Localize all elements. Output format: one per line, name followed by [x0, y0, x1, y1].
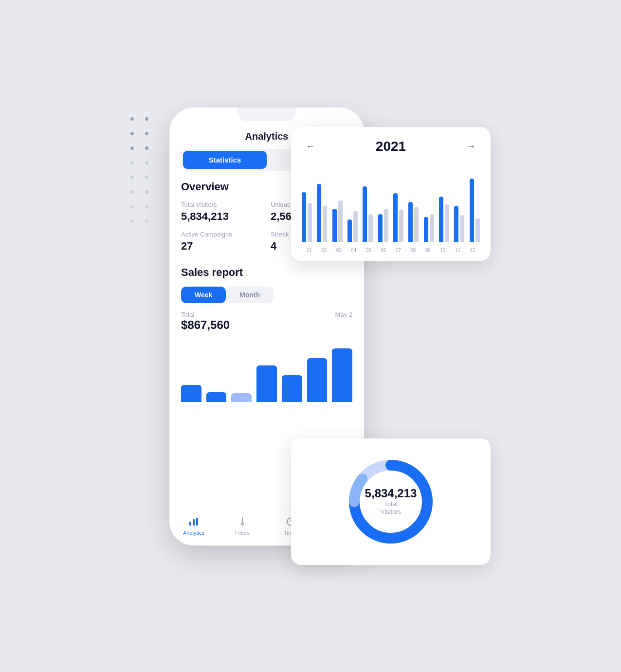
- sales-report-title: Sales report: [181, 266, 352, 279]
- stat-active-campaigns: Active Campaigns 27: [181, 231, 263, 253]
- year-bar-gray-09: [430, 214, 434, 242]
- phone-notch: [237, 108, 296, 121]
- year-bar-blue-04: [347, 219, 352, 241]
- year-bar-gray-08: [414, 207, 419, 241]
- year-bar-group-11: [453, 174, 465, 242]
- year-bar-group-07: [392, 174, 404, 242]
- year-bar-gray-07: [399, 210, 403, 242]
- year-bar-gray-03: [338, 200, 343, 242]
- year-bar-gray-10: [445, 204, 449, 242]
- bar-4: [256, 365, 277, 402]
- bar-3: [231, 393, 252, 402]
- year-bar-group-02: [316, 174, 328, 242]
- stat-total-visitors-value: 5,834,213: [181, 210, 263, 223]
- stat-total-visitors-label: Total Visitors: [181, 201, 263, 208]
- year-bar-group-03: [331, 174, 344, 242]
- filter-icon: [236, 515, 249, 528]
- year-month-label-03: 03: [331, 248, 347, 253]
- year-prev-button[interactable]: ←: [301, 139, 320, 154]
- year-bar-group-10: [438, 174, 450, 242]
- tab-statistics[interactable]: Statistics: [183, 151, 267, 169]
- donut-center: 5,834,213 TotalVisitors: [365, 487, 417, 517]
- year-month-label-12: 12: [465, 248, 480, 253]
- sales-bar-chart: [181, 339, 352, 402]
- year-month-label-06: 06: [376, 248, 391, 253]
- year-bar-gray-11: [460, 215, 464, 241]
- year-bar-blue-01: [302, 192, 306, 242]
- year-month-label-07: 07: [391, 248, 406, 253]
- year-bar-blue-07: [393, 193, 398, 241]
- year-bar-blue-09: [424, 217, 428, 242]
- year-bar-gray-12: [475, 218, 480, 241]
- year-month-label-08: 08: [406, 248, 421, 253]
- nav-item-filters[interactable]: Filters: [218, 515, 267, 536]
- year-bar-blue-11: [454, 206, 458, 241]
- scene: Analytics Statistics Journey Overview: [126, 98, 495, 575]
- year-bar-group-01: [301, 174, 313, 242]
- year-month-label-09: 09: [420, 248, 436, 253]
- bar-5: [282, 375, 302, 402]
- year-bar-blue-12: [470, 179, 474, 242]
- year-bar-gray-01: [308, 203, 312, 241]
- year-bar-group-12: [469, 174, 481, 242]
- year-bar-group-05: [362, 174, 374, 242]
- bar-1: [181, 385, 201, 402]
- donut-card: 5,834,213 TotalVisitors: [291, 438, 491, 565]
- sales-date: May 2: [335, 311, 352, 318]
- bar-7: [332, 348, 352, 402]
- year-months: 010203040506070809101112: [301, 248, 481, 253]
- sales-tab-week[interactable]: Week: [181, 287, 226, 303]
- year-month-label-05: 05: [361, 248, 376, 253]
- year-bar-blue-03: [332, 209, 337, 242]
- bar-2: [206, 392, 227, 402]
- year-bar-group-08: [407, 174, 420, 242]
- year-month-label-04: 04: [347, 248, 362, 253]
- sales-info: Total $867,560 May 2: [181, 311, 352, 332]
- sales-total-label: Total: [181, 311, 230, 318]
- stat-active-campaigns-label: Active Campaigns: [181, 231, 263, 238]
- year-bar-gray-05: [368, 214, 373, 242]
- svg-rect-3: [196, 518, 198, 526]
- sales-tab-month[interactable]: Month: [226, 287, 274, 303]
- sales-total-value: $867,560: [181, 318, 230, 332]
- stat-active-campaigns-value: 27: [181, 240, 263, 253]
- year-bar-gray-04: [353, 211, 358, 241]
- year-bar-group-06: [377, 174, 389, 242]
- year-bar-blue-02: [317, 184, 321, 242]
- donut-label: TotalVisitors: [365, 500, 417, 517]
- year-nav: ← 2021 →: [301, 139, 481, 154]
- donut-chart: 5,834,213 TotalVisitors: [342, 453, 439, 550]
- year-chart-card: ← 2021 → 010203040506070809101112: [291, 127, 491, 261]
- nav-analytics-label: Analytics: [183, 530, 204, 536]
- donut-value: 5,834,213: [365, 487, 417, 500]
- svg-rect-1: [189, 522, 191, 526]
- sales-tabs: Week Month: [181, 287, 352, 303]
- year-bar-blue-05: [363, 186, 367, 241]
- year-month-label-10: 10: [436, 248, 451, 253]
- year-bar-gray-06: [384, 209, 388, 242]
- year-month-label-01: 01: [302, 248, 317, 253]
- year-label: 2021: [376, 139, 406, 154]
- year-bar-group-04: [347, 174, 359, 242]
- bar-6: [307, 358, 328, 402]
- nav-item-analytics[interactable]: Analytics: [169, 515, 218, 536]
- year-bar-gray-02: [323, 206, 327, 241]
- year-bar-blue-10: [439, 197, 443, 242]
- nav-filters-label: Filters: [235, 530, 250, 536]
- year-next-button[interactable]: →: [461, 139, 481, 154]
- page-title: Analytics: [245, 131, 289, 142]
- year-month-label-02: 02: [317, 248, 332, 253]
- svg-rect-2: [193, 519, 195, 526]
- year-month-label-11: 11: [450, 248, 465, 253]
- bar-chart-icon: [187, 515, 200, 528]
- dot-grid-decoration: [130, 117, 153, 227]
- year-bar-group-09: [423, 174, 435, 242]
- year-bar-chart: [301, 164, 481, 242]
- year-bar-blue-08: [408, 202, 413, 241]
- year-bar-blue-06: [378, 214, 383, 242]
- stat-total-visitors: Total Visitors 5,834,213: [181, 201, 263, 223]
